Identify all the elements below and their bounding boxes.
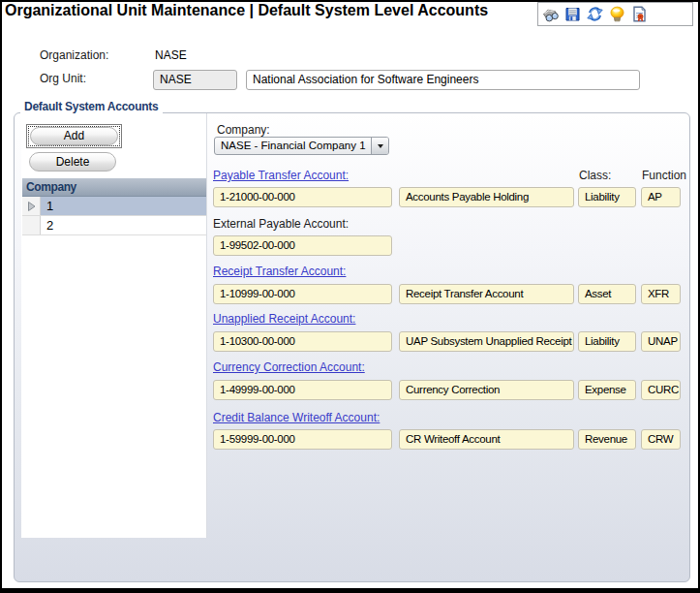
report-icon[interactable]	[631, 6, 648, 22]
account-number-field[interactable]: 1-59999-00-000	[213, 429, 392, 450]
account-function-field[interactable]: CURC	[641, 380, 681, 400]
company-grid-row[interactable]: 1	[22, 197, 206, 216]
delete-button[interactable]: Delete	[29, 152, 116, 172]
refresh-icon[interactable]	[587, 6, 603, 22]
tips-icon[interactable]	[609, 6, 625, 22]
company-grid-body: 12	[22, 197, 206, 235]
account-class-field[interactable]: Expense	[578, 380, 636, 400]
company-select-value: NASE - Financial Company 1	[221, 138, 366, 154]
org-unit-code-field[interactable]: NASE	[153, 70, 237, 90]
account-class-field[interactable]: Liability	[578, 187, 636, 207]
organization-value: NASE	[155, 48, 187, 62]
account-class-field[interactable]: Revenue	[578, 429, 636, 450]
chevron-down-icon	[378, 144, 383, 148]
account-link[interactable]: Receipt Transfer Account:	[213, 265, 346, 278]
function-column-label: Function	[642, 169, 686, 182]
account-number-field[interactable]: 1-21000-00-000	[213, 187, 392, 207]
groupbox-legend: Default System Accounts	[20, 100, 163, 115]
selected-row-marker-icon	[28, 202, 36, 211]
company-grid-cell[interactable]: 2	[41, 216, 206, 234]
account-number-field[interactable]: 1-99502-00-000	[213, 235, 392, 256]
org-unit-name-field[interactable]: National Association for Software Engine…	[246, 70, 640, 90]
account-function-field[interactable]: AP	[641, 187, 681, 207]
account-description-field[interactable]: CR Writeoff Account	[399, 429, 574, 450]
add-button[interactable]: Add	[30, 127, 118, 145]
org-unit-label: Org Unit:	[40, 72, 86, 85]
account-link[interactable]: Unapplied Receipt Account:	[213, 312, 355, 326]
company-grid-cell[interactable]: 1	[41, 197, 206, 215]
company-grid-row[interactable]: 2	[22, 216, 206, 235]
save-icon[interactable]	[564, 6, 581, 22]
account-description-field[interactable]: Receipt Transfer Account	[399, 284, 574, 304]
toolbar	[537, 2, 693, 26]
row-indicator-gutter	[22, 216, 41, 234]
account-description-field[interactable]: UAP Subsystem Unapplied Receipt	[399, 331, 574, 352]
account-function-field[interactable]: CRW	[641, 429, 681, 450]
find-icon[interactable]	[542, 6, 559, 22]
account-function-field[interactable]: UNAP	[641, 331, 681, 352]
company-list-panel	[21, 113, 207, 538]
account-description-field[interactable]: Currency Correction	[399, 380, 574, 400]
page-title: Organizational Unit Maintenance | Defaul…	[5, 2, 488, 19]
account-label: External Payable Account:	[213, 217, 349, 231]
account-class-field[interactable]: Asset	[578, 284, 636, 304]
account-class-field[interactable]: Liability	[578, 331, 636, 352]
account-description-field[interactable]: Accounts Payable Holding	[399, 187, 574, 207]
app-window: Organizational Unit Maintenance | Defaul…	[0, 0, 700, 593]
account-link[interactable]: Credit Balance Writeoff Account:	[213, 411, 380, 424]
add-button-focus-ring: Add	[26, 124, 122, 148]
account-function-field[interactable]: XFR	[641, 284, 681, 304]
company-grid: Company 12	[22, 178, 206, 235]
account-number-field[interactable]: 1-10999-00-000	[213, 284, 392, 304]
company-select-arrow-button[interactable]	[371, 138, 388, 154]
company-select-label: Company:	[217, 123, 270, 137]
class-column-label: Class:	[579, 169, 611, 182]
account-link[interactable]: Currency Correction Account:	[213, 360, 365, 374]
account-number-field[interactable]: 1-49999-00-000	[213, 380, 392, 400]
account-number-field[interactable]: 1-10300-00-000	[213, 331, 392, 352]
account-link[interactable]: Payable Transfer Account:	[213, 169, 349, 182]
company-select[interactable]: NASE - Financial Company 1	[214, 137, 389, 155]
company-grid-header: Company	[22, 178, 206, 197]
organization-label: Organization:	[40, 48, 108, 62]
row-indicator-gutter	[22, 197, 41, 215]
